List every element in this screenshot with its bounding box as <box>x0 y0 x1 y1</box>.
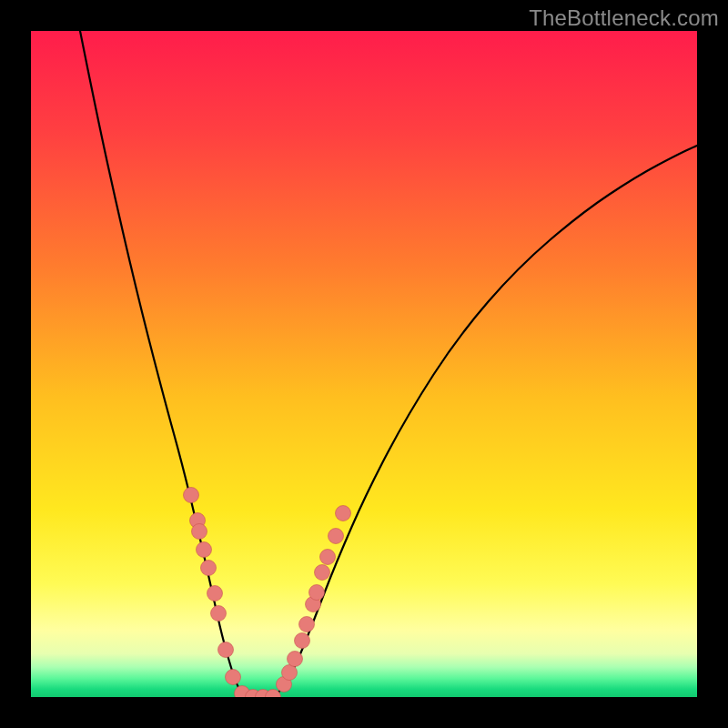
data-dot <box>211 606 227 622</box>
data-dot <box>309 585 325 601</box>
data-dot <box>315 565 330 581</box>
data-dot <box>184 488 199 503</box>
data-dot <box>288 652 303 667</box>
plot-area <box>31 31 697 697</box>
data-dot <box>329 529 344 544</box>
data-dot <box>201 561 217 576</box>
data-dot <box>266 690 281 698</box>
dots-left <box>184 488 271 698</box>
curve-layer <box>31 31 697 697</box>
data-dot <box>218 642 234 658</box>
data-dot <box>207 586 223 602</box>
data-dot <box>192 524 207 540</box>
data-dot <box>226 670 241 685</box>
data-dot <box>295 633 310 649</box>
curve-right <box>275 146 697 697</box>
data-dot <box>336 506 351 521</box>
data-dot <box>282 665 298 681</box>
data-dot <box>320 550 336 565</box>
watermark-text: TheBottleneck.com <box>529 5 719 31</box>
chart-frame: TheBottleneck.com <box>0 0 728 728</box>
curve-left <box>80 31 248 697</box>
data-dot <box>299 617 315 632</box>
dots-right <box>266 506 351 698</box>
data-dot <box>197 542 212 558</box>
